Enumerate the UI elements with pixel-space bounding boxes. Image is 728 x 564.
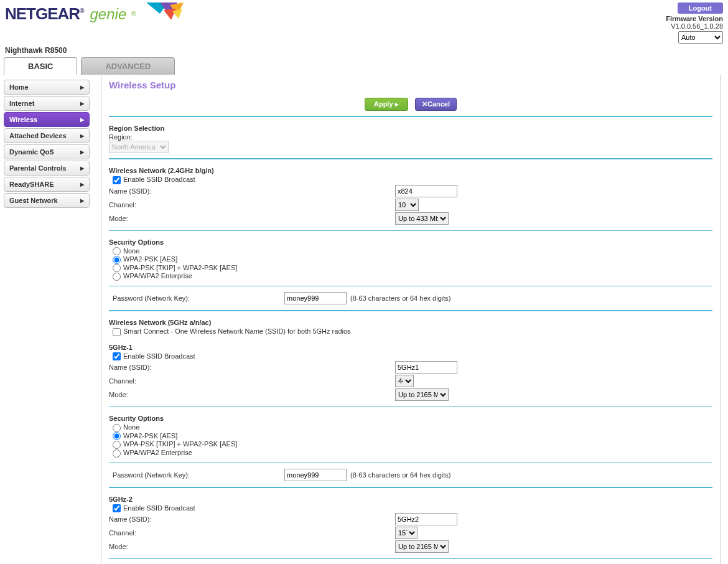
sec24-wpawpa2-radio[interactable] (113, 264, 121, 272)
chevron-right-icon: ▶ (80, 117, 84, 123)
channel-5g1-select[interactable]: 44 (395, 375, 414, 387)
mode-5g2-select[interactable]: Up to 2165 Mbps (395, 540, 449, 553)
security-heading-24: Security Options (109, 236, 712, 247)
svg-marker-3 (164, 9, 176, 20)
nav-label: Home (9, 83, 29, 91)
chevron-right-icon: ▶ (80, 149, 84, 155)
nav-readyshare[interactable]: ReadySHARE▶ (4, 177, 90, 192)
cancel-button[interactable]: ✕Cancel (415, 98, 457, 111)
nav-guest-network[interactable]: Guest Network▶ (4, 193, 90, 208)
logo-shape-icon (146, 2, 190, 26)
mode-label: Mode: (109, 391, 395, 398)
nav-parental-controls[interactable]: Parental Controls▶ (4, 161, 90, 176)
mode-label: Mode: (109, 543, 395, 550)
mode-label: Mode: (109, 215, 395, 222)
nav-dynamic-qos[interactable]: Dynamic QoS▶ (4, 144, 90, 159)
sec24-enterprise-radio[interactable] (113, 273, 121, 281)
chevron-right-icon: ▶ (80, 133, 84, 139)
nav-label: Parental Controls (9, 164, 67, 172)
apply-button[interactable]: Apply ▸ (365, 98, 408, 111)
chevron-right-icon: ▶ (80, 85, 84, 90)
chevron-right-icon: ▶ (80, 198, 84, 204)
band24-heading: Wireless Network (2.4GHz b/g/n) (109, 164, 712, 176)
nav-home[interactable]: Home▶ (4, 80, 90, 95)
sec5g1-enterprise-radio[interactable] (113, 449, 121, 458)
nav-internet[interactable]: Internet▶ (4, 96, 90, 111)
nav-wireless[interactable]: Wireless▶ (4, 112, 90, 127)
nav-label: ReadySHARE (9, 181, 54, 188)
ssid-label: Name (SSID): (109, 515, 395, 523)
sec-wpa2-label: WPA2-PSK [AES] (123, 432, 177, 439)
chevron-right-icon: ▶ (80, 182, 84, 187)
enable-ssid-24-checkbox[interactable] (113, 176, 121, 184)
ssid-label: Name (SSID): (109, 364, 395, 371)
nav-label: Guest Network (9, 197, 58, 204)
page-title: Wireless Setup (101, 75, 720, 95)
password-label: Password (Network Key): (113, 294, 284, 302)
channel-label: Channel: (109, 201, 395, 209)
firmware-label: Firmware Version (666, 15, 723, 22)
band5-2-heading: 5GHz-2 (109, 493, 712, 504)
ssid-5g2-input[interactable] (395, 513, 457, 525)
region-label: Region: (109, 133, 712, 141)
band5-heading: Wireless Network (5GHz a/n/ac) (109, 316, 712, 327)
logout-button[interactable]: Logout (678, 2, 723, 14)
password-hint: (8-63 characters or 64 hex digits) (350, 294, 450, 302)
genie-logo: genie (90, 6, 127, 23)
nav-label: Attached Devices (9, 132, 67, 139)
band5-1-heading: 5GHz-1 (109, 341, 712, 352)
mode-24-select[interactable]: Up to 433 Mbps (395, 212, 449, 225)
channel-5g2-select[interactable]: 157 (395, 527, 418, 539)
nav-label: Dynamic QoS (9, 148, 54, 156)
sec-wpa2-label: WPA2-PSK [AES] (123, 255, 177, 263)
chevron-right-icon: ▶ (80, 166, 84, 171)
cancel-label: Cancel (427, 100, 450, 108)
content-panel: Wireless Setup Apply ▸ ✕Cancel Region Se… (101, 75, 721, 564)
sec-wpawpa2-label: WPA-PSK [TKIP] + WPA2-PSK [AES] (123, 264, 237, 271)
sec5g1-none-radio[interactable] (113, 424, 121, 432)
nav-label: Internet (9, 100, 34, 107)
ssid-24-input[interactable] (395, 185, 457, 197)
password-label: Password (Network Key): (113, 471, 284, 479)
firmware-version: V1.0.0.56_1.0.28 (666, 22, 723, 30)
password-hint: (8-63 characters or 64 hex digits) (350, 471, 450, 479)
model-name: Nighthawk R8500 (0, 44, 728, 57)
close-icon: ✕ (422, 100, 427, 108)
channel-24-select[interactable]: 10 (395, 199, 419, 211)
smart-connect-checkbox[interactable] (113, 328, 121, 336)
enable-ssid-label: Enable SSID Broadcast (123, 504, 195, 512)
security-heading-5g1: Security Options (109, 412, 712, 423)
logo-area: NETGEAR® genie® (5, 2, 190, 26)
chevron-right-icon: ▶ (80, 101, 84, 106)
sidebar: Home▶ Internet▶ Wireless▶ Attached Devic… (4, 75, 90, 564)
sec24-wpa2-radio[interactable] (113, 256, 121, 264)
enable-ssid-5g2-checkbox[interactable] (113, 504, 121, 512)
password-5g1-input[interactable] (284, 469, 347, 481)
enable-ssid-label: Enable SSID Broadcast (123, 176, 195, 183)
mode-5g1-select[interactable]: Up to 2165 Mbps (395, 388, 449, 401)
channel-label: Channel: (109, 377, 395, 385)
nav-attached-devices[interactable]: Attached Devices▶ (4, 128, 90, 143)
password-24-input[interactable] (284, 292, 347, 304)
channel-label: Channel: (109, 529, 395, 537)
ssid-label: Name (SSID): (109, 187, 395, 195)
nav-label: Wireless (9, 116, 37, 123)
region-select: North America (109, 141, 169, 153)
sec-enterprise-label: WPA/WPA2 Enterprise (123, 272, 192, 280)
tab-advanced[interactable]: ADVANCED (81, 57, 175, 75)
sec5g1-wpawpa2-radio[interactable] (113, 441, 121, 449)
language-select[interactable]: Auto (678, 31, 723, 44)
sec-none-label: None (123, 247, 139, 255)
sec-enterprise-label: WPA/WPA2 Enterprise (123, 449, 192, 456)
sec5g1-wpa2-radio[interactable] (113, 432, 121, 440)
enable-ssid-label: Enable SSID Broadcast (123, 352, 195, 360)
enable-ssid-5g1-checkbox[interactable] (113, 352, 121, 360)
sec24-none-radio[interactable] (113, 247, 121, 255)
tab-basic[interactable]: BASIC (4, 57, 77, 75)
region-section-heading: Region Selection (109, 122, 712, 133)
sec-none-label: None (123, 423, 139, 431)
brand-logo: NETGEAR® (5, 4, 84, 24)
sec-wpawpa2-label: WPA-PSK [TKIP] + WPA2-PSK [AES] (123, 440, 237, 448)
smart-connect-label: Smart Connect - One Wireless Network Nam… (123, 327, 351, 335)
ssid-5g1-input[interactable] (395, 361, 457, 374)
